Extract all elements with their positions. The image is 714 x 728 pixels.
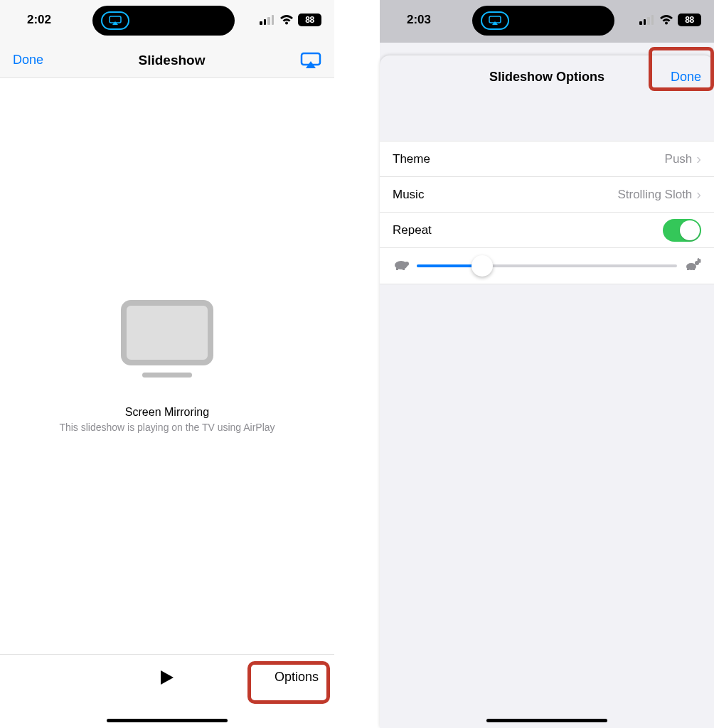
- row-label: Music: [393, 188, 424, 202]
- svg-rect-16: [693, 269, 695, 270]
- row-label: Repeat: [393, 223, 432, 237]
- home-indicator[interactable]: [486, 719, 607, 722]
- row-value: Strolling Sloth ›: [617, 186, 701, 203]
- battery-icon: 88: [298, 14, 321, 26]
- status-bar: 2:02 88: [0, 0, 334, 43]
- chevron-right-icon: ›: [696, 186, 701, 203]
- rabbit-icon: [684, 258, 701, 274]
- status-right: 88: [260, 13, 321, 27]
- cellular-icon: [260, 15, 275, 25]
- airplay-indicator-icon: [481, 11, 509, 30]
- battery-icon: 88: [678, 14, 701, 26]
- dynamic-island: [472, 6, 614, 36]
- repeat-row: Repeat: [380, 213, 714, 248]
- status-time: 2:02: [27, 13, 51, 27]
- speed-slider-row: [380, 248, 714, 284]
- sheet-header: Slideshow Options Done: [380, 55, 714, 98]
- row-value: Push ›: [665, 151, 701, 167]
- nav-bar: Done Slideshow: [0, 43, 334, 78]
- options-list: Theme Push › Music Strolling Sloth ›: [380, 141, 714, 284]
- mirroring-title: Screen Mirroring: [125, 406, 209, 419]
- svg-rect-15: [687, 269, 689, 270]
- tv-stand-icon: [142, 373, 192, 378]
- status-bar: 2:03 88: [380, 0, 714, 43]
- music-row[interactable]: Music Strolling Sloth ›: [380, 177, 714, 213]
- turtle-icon: [393, 258, 410, 274]
- main-content: Screen Mirroring This slideshow is playi…: [0, 78, 334, 654]
- speed-slider[interactable]: [417, 264, 677, 267]
- left-screenshot: 2:02 88 Done Slideshow Screen Mirroring: [0, 0, 334, 728]
- theme-row[interactable]: Theme Push ›: [380, 141, 714, 177]
- slider-thumb[interactable]: [471, 255, 493, 277]
- wifi-icon: [279, 13, 294, 27]
- done-button[interactable]: Done: [13, 53, 43, 68]
- nav-title: Slideshow: [139, 53, 206, 68]
- chevron-right-icon: ›: [696, 151, 701, 167]
- svg-point-14: [699, 259, 701, 263]
- wifi-icon: [659, 13, 673, 27]
- svg-rect-9: [396, 268, 398, 270]
- mirroring-subtitle: This slideshow is playing on the TV usin…: [59, 422, 275, 433]
- dynamic-island: [92, 6, 235, 36]
- done-button[interactable]: Done: [671, 70, 701, 85]
- options-button[interactable]: Options: [275, 670, 319, 685]
- right-screenshot: 2:03 88 Slideshow Options Done: [380, 0, 714, 728]
- svg-marker-4: [161, 670, 174, 685]
- repeat-toggle[interactable]: [663, 219, 701, 242]
- sheet-title: Slideshow Options: [489, 70, 604, 85]
- status-time: 2:03: [407, 13, 431, 27]
- svg-point-8: [405, 262, 409, 266]
- svg-rect-10: [403, 268, 405, 270]
- status-right: 88: [639, 13, 701, 27]
- airplay-button[interactable]: [300, 52, 321, 69]
- options-sheet: Slideshow Options Done Theme Push › Musi…: [380, 55, 714, 728]
- tv-icon: [121, 300, 213, 365]
- bottom-toolbar: Options: [0, 654, 334, 700]
- row-label: Theme: [393, 152, 430, 166]
- airplay-indicator-icon: [101, 11, 129, 30]
- home-indicator[interactable]: [107, 719, 228, 722]
- play-button[interactable]: [159, 669, 175, 686]
- cellular-icon: [639, 15, 655, 25]
